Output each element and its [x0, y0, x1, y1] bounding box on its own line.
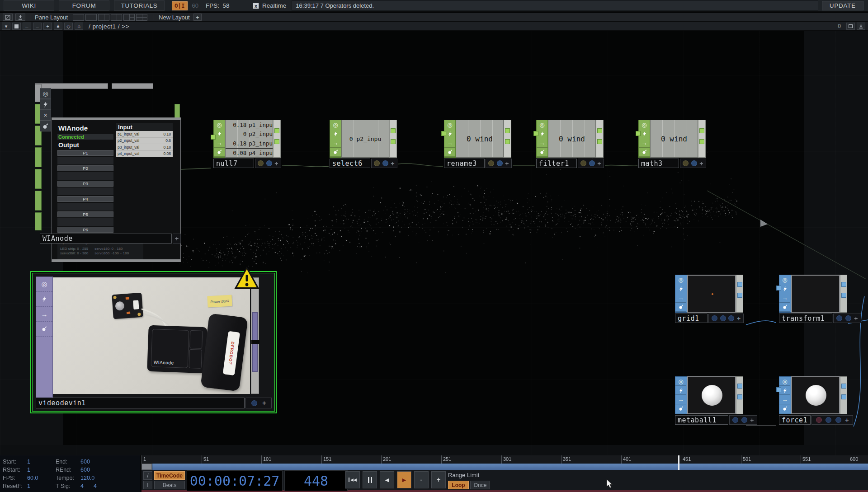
back-icon[interactable]: ←: [23, 23, 31, 30]
cook-flag-icon[interactable]: [40, 99, 51, 110]
input-connector[interactable]: [636, 131, 641, 136]
bypass-icon[interactable]: [330, 148, 341, 157]
cook-flag-icon[interactable]: [36, 292, 52, 307]
tsig-value[interactable]: 4: [80, 483, 84, 489]
pane-dock-icon[interactable]: [15, 14, 25, 21]
node-body[interactable]: 0 wind: [650, 120, 698, 158]
rstart-value[interactable]: 1: [27, 467, 56, 473]
output-connector[interactable]: [252, 312, 258, 340]
node-body[interactable]: 0 wind: [456, 120, 504, 158]
export-flag-icon[interactable]: →: [639, 139, 650, 148]
once-button[interactable]: Once: [470, 481, 490, 489]
node-flag-buttons[interactable]: +: [708, 314, 744, 323]
node-name[interactable]: rename3: [444, 159, 485, 168]
viewer-toggle-icon[interactable]: ◎: [444, 121, 455, 129]
bypass-icon[interactable]: [537, 148, 547, 157]
output-p2-button[interactable]: P2: [57, 165, 113, 171]
node-flag-buttons[interactable]: +: [833, 314, 861, 323]
output-connector[interactable]: [274, 128, 279, 133]
node-name[interactable]: videodevin1: [36, 398, 245, 408]
output-connector[interactable]: [505, 128, 510, 133]
export-flag-icon[interactable]: →: [214, 139, 225, 148]
input-row[interactable]: p2_input_val0.6: [116, 138, 173, 145]
output-p5-button[interactable]: P5: [57, 211, 113, 217]
cook-flag-icon[interactable]: [675, 386, 686, 395]
node-name[interactable]: select6: [330, 159, 370, 168]
viewer-toggle-icon[interactable]: ◎: [639, 121, 650, 129]
output-connector[interactable]: [841, 293, 846, 298]
layout-preset-5[interactable]: [123, 14, 135, 21]
node-name[interactable]: transform1: [779, 314, 832, 323]
operator-name-field[interactable]: WIAnode: [40, 234, 172, 244]
home-icon[interactable]: ⌂: [75, 23, 83, 30]
input-row[interactable]: p3_input_val0.18: [116, 144, 173, 151]
cook-flag-icon[interactable]: [330, 130, 341, 138]
bypass-icon[interactable]: [779, 303, 790, 312]
export-flag-icon[interactable]: →: [675, 294, 686, 303]
beats-mode-button[interactable]: Beats: [154, 481, 185, 489]
node-flag-buttons[interactable]: +: [729, 415, 757, 425]
slash-mode-button[interactable]: /: [143, 471, 152, 480]
node-body[interactable]: 0 wind: [548, 120, 596, 158]
output-connector[interactable]: [699, 139, 704, 144]
integer-mode-button[interactable]: I: [143, 481, 152, 489]
warning-icon[interactable]: [233, 266, 260, 290]
timeline-range-bar[interactable]: [152, 464, 868, 470]
viewer-toggle-icon[interactable]: ◎: [214, 121, 225, 129]
node-name[interactable]: filter1: [536, 159, 577, 168]
layout-preset-6[interactable]: [136, 14, 147, 21]
bypass-icon[interactable]: [40, 121, 51, 131]
bypass-icon[interactable]: [675, 303, 686, 312]
layout-preset-3[interactable]: [98, 14, 109, 21]
tempo-value[interactable]: 120.0: [80, 475, 94, 481]
export-flag-icon[interactable]: →: [330, 139, 341, 148]
update-button[interactable]: UPDATE: [822, 1, 863, 10]
breadcrumb[interactable]: / project1 / >>: [89, 23, 129, 30]
loop-button[interactable]: Loop: [448, 481, 469, 489]
network-overview-icon[interactable]: ◇: [64, 23, 73, 30]
output-connector[interactable]: [391, 128, 396, 133]
jump-to-start-button[interactable]: ◀◀: [345, 471, 360, 489]
output-p3-button[interactable]: P3: [57, 181, 113, 187]
output-p6-button[interactable]: P6: [57, 227, 113, 233]
output-connector[interactable]: [597, 139, 602, 144]
fps-value[interactable]: 60.0: [27, 475, 56, 481]
bypass-icon[interactable]: [36, 322, 52, 337]
forward-icon[interactable]: →: [33, 23, 42, 30]
video-viewer[interactable]: WIAnode DFROBOT Power Bank: [53, 277, 250, 394]
output-connector[interactable]: [699, 128, 704, 133]
node-name[interactable]: grid1: [675, 314, 708, 323]
node-flag-buttons[interactable]: +: [680, 159, 706, 168]
output-connector[interactable]: [737, 384, 742, 389]
input-connector[interactable]: [776, 387, 781, 392]
node-viewer[interactable]: [791, 275, 840, 313]
pane-type-dropdown-icon[interactable]: ▾: [2, 23, 10, 30]
export-flag-icon[interactable]: →: [537, 139, 547, 148]
node-name[interactable]: force1: [779, 415, 811, 425]
output-connector[interactable]: [841, 282, 846, 287]
node-flag-buttons[interactable]: +: [578, 159, 604, 168]
output-connector[interactable]: [391, 139, 396, 144]
export-flag-icon[interactable]: →: [444, 139, 455, 148]
export-flag-icon[interactable]: →: [779, 294, 790, 303]
layout-preset-2[interactable]: [85, 14, 97, 21]
output-connector[interactable]: [505, 139, 510, 144]
viewer-toggle-icon[interactable]: ◎: [779, 276, 790, 284]
viewer-toggle-icon[interactable]: ◎: [675, 377, 686, 386]
performance-monitor-badge[interactable]: O|I: [172, 1, 188, 10]
viewer-toggle-icon[interactable]: ◎: [675, 276, 686, 284]
node-viewer[interactable]: [687, 275, 736, 313]
node-videodevin1[interactable]: ◎ →: [30, 271, 277, 413]
bypass-icon[interactable]: [675, 405, 686, 413]
pane-maximize-icon[interactable]: [3, 14, 13, 21]
timecode-mode-button[interactable]: TimeCode: [154, 471, 185, 480]
step-back-button[interactable]: ◀: [379, 471, 395, 489]
window-icon[interactable]: [846, 23, 855, 30]
node-name[interactable]: math3: [638, 159, 679, 168]
bookmark-star-icon[interactable]: ★: [54, 23, 62, 30]
node-flag-buttons[interactable]: +: [255, 159, 281, 168]
export-flag-icon[interactable]: →: [779, 396, 790, 404]
output-connector[interactable]: [737, 394, 742, 399]
stop-icon[interactable]: [12, 23, 21, 30]
output-connector[interactable]: [274, 139, 279, 144]
